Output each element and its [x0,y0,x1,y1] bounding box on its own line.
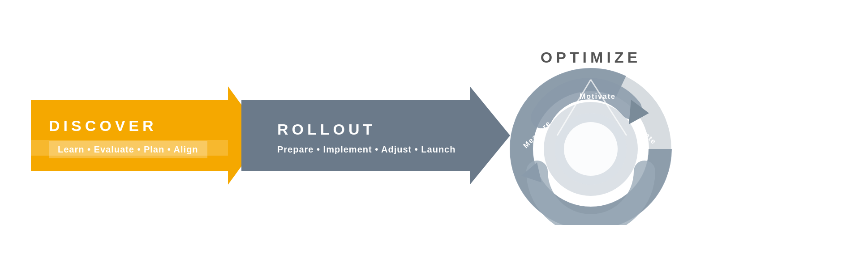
discover-subtitle: Learn • Evaluate • Plan • Align [49,141,207,158]
discover-content: DISCOVER Learn • Evaluate • Plan • Align [31,113,207,158]
optimize-section: OPTIMIZE [497,42,685,229]
optimize-cycle-diagram: Measure Motivate Iterate [497,64,685,225]
rollout-arrow: ROLLOUT Prepare • Implement • Adjust • L… [241,86,510,185]
diagram-container: DISCOVER Learn • Evaluate • Plan • Align… [31,28,837,243]
rollout-content: ROLLOUT Prepare • Implement • Adjust • L… [241,116,455,155]
discover-arrow: DISCOVER Learn • Evaluate • Plan • Align [31,86,264,185]
discover-step-learn: Learn • Evaluate • Plan • Align [58,144,198,154]
rollout-subtitle: Prepare • Implement • Adjust • Launch [277,144,455,155]
svg-point-6 [564,122,618,176]
rollout-title: ROLLOUT [277,121,455,138]
optimize-title: OPTIMIZE [541,49,641,66]
discover-title: DISCOVER [49,117,207,135]
svg-text:Motivate: Motivate [580,93,616,100]
